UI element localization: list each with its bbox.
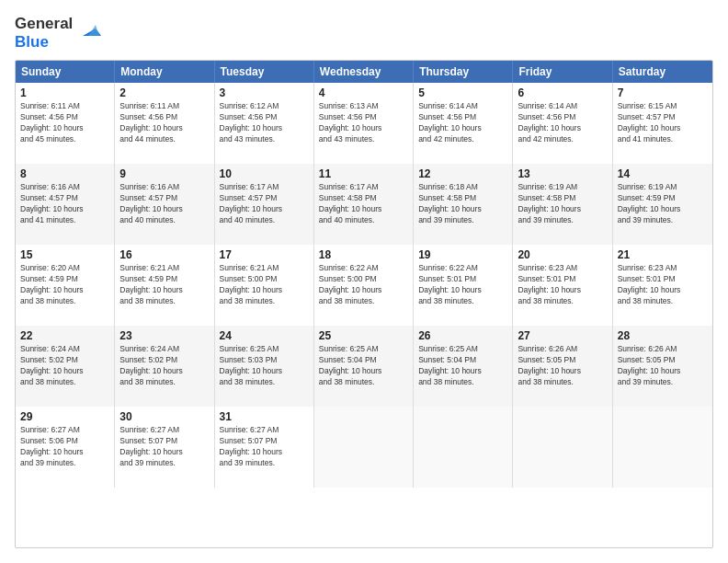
day-info: Sunrise: 6:24 AMSunset: 5:02 PMDaylight:…: [119, 344, 209, 388]
calendar-row-5: 29Sunrise: 6:27 AMSunset: 5:06 PMDayligh…: [16, 407, 712, 478]
day-cell-2: 2Sunrise: 6:11 AMSunset: 4:56 PMDaylight…: [115, 83, 214, 164]
day-number: 17: [220, 248, 309, 261]
day-number: 4: [319, 86, 408, 99]
day-info: Sunrise: 6:19 AMSunset: 4:58 PMDaylight:…: [518, 182, 607, 226]
day-cell-26: 26Sunrise: 6:25 AMSunset: 5:04 PMDayligh…: [414, 326, 513, 407]
day-number: 9: [119, 167, 209, 180]
day-number: 30: [119, 410, 209, 423]
day-cell-11: 11Sunrise: 6:17 AMSunset: 4:58 PMDayligh…: [314, 164, 414, 245]
day-info: Sunrise: 6:19 AMSunset: 4:59 PMDaylight:…: [618, 182, 708, 226]
day-cell-23: 23Sunrise: 6:24 AMSunset: 5:02 PMDayligh…: [115, 326, 214, 407]
calendar-row-1: 1Sunrise: 6:11 AMSunset: 4:56 PMDaylight…: [16, 83, 712, 164]
day-info: Sunrise: 6:21 AMSunset: 4:59 PMDaylight:…: [119, 263, 209, 307]
day-info: Sunrise: 6:26 AMSunset: 5:05 PMDaylight:…: [518, 344, 607, 388]
day-info: Sunrise: 6:24 AMSunset: 5:02 PMDaylight:…: [20, 344, 109, 388]
day-number: 29: [20, 410, 109, 423]
calendar-row-2: 8Sunrise: 6:16 AMSunset: 4:57 PMDaylight…: [16, 164, 712, 245]
day-info: Sunrise: 6:12 AMSunset: 4:56 PMDaylight:…: [220, 101, 309, 145]
day-cell-12: 12Sunrise: 6:18 AMSunset: 4:58 PMDayligh…: [414, 164, 513, 245]
day-number: 19: [418, 248, 507, 261]
day-number: 18: [319, 248, 408, 261]
day-info: Sunrise: 6:22 AMSunset: 5:01 PMDaylight:…: [418, 263, 507, 307]
day-cell-14: 14Sunrise: 6:19 AMSunset: 4:59 PMDayligh…: [613, 164, 712, 245]
logo: GeneralBlue: [15, 15, 103, 51]
day-info: Sunrise: 6:25 AMSunset: 5:04 PMDaylight:…: [319, 344, 408, 388]
day-cell-22: 22Sunrise: 6:24 AMSunset: 5:02 PMDayligh…: [16, 326, 115, 407]
day-number: 10: [220, 167, 309, 180]
day-cell-3: 3Sunrise: 6:12 AMSunset: 4:56 PMDaylight…: [215, 83, 314, 164]
day-number: 11: [319, 167, 408, 180]
day-cell-15: 15Sunrise: 6:20 AMSunset: 4:59 PMDayligh…: [16, 245, 115, 326]
day-number: 21: [618, 248, 708, 261]
day-number: 28: [618, 329, 708, 342]
day-info: Sunrise: 6:23 AMSunset: 5:01 PMDaylight:…: [618, 263, 708, 307]
day-info: Sunrise: 6:25 AMSunset: 5:03 PMDaylight:…: [220, 344, 309, 388]
day-number: 2: [119, 86, 209, 99]
day-info: Sunrise: 6:13 AMSunset: 4:56 PMDaylight:…: [319, 101, 408, 145]
day-cell-24: 24Sunrise: 6:25 AMSunset: 5:03 PMDayligh…: [215, 326, 314, 407]
day-info: Sunrise: 6:16 AMSunset: 4:57 PMDaylight:…: [119, 182, 209, 226]
day-info: Sunrise: 6:11 AMSunset: 4:56 PMDaylight:…: [20, 101, 109, 145]
day-number: 5: [418, 86, 507, 99]
day-number: 26: [418, 329, 507, 342]
day-info: Sunrise: 6:16 AMSunset: 4:57 PMDaylight:…: [20, 182, 109, 226]
day-cell-5: 5Sunrise: 6:14 AMSunset: 4:56 PMDaylight…: [414, 83, 513, 164]
empty-cell: [513, 407, 612, 488]
header-day-tuesday: Tuesday: [215, 61, 314, 83]
day-cell-9: 9Sunrise: 6:16 AMSunset: 4:57 PMDaylight…: [115, 164, 214, 245]
day-info: Sunrise: 6:25 AMSunset: 5:04 PMDaylight:…: [418, 344, 507, 388]
day-number: 7: [618, 86, 708, 99]
day-number: 16: [119, 248, 209, 261]
day-cell-1: 1Sunrise: 6:11 AMSunset: 4:56 PMDaylight…: [16, 83, 115, 164]
calendar: SundayMondayTuesdayWednesdayThursdayFrid…: [15, 60, 713, 548]
header-day-monday: Monday: [115, 61, 214, 83]
day-number: 3: [220, 86, 309, 99]
empty-cell: [314, 407, 414, 488]
day-cell-8: 8Sunrise: 6:16 AMSunset: 4:57 PMDaylight…: [16, 164, 115, 245]
day-number: 20: [518, 248, 607, 261]
day-cell-13: 13Sunrise: 6:19 AMSunset: 4:58 PMDayligh…: [513, 164, 612, 245]
calendar-row-3: 15Sunrise: 6:20 AMSunset: 4:59 PMDayligh…: [16, 245, 712, 326]
day-number: 13: [518, 167, 607, 180]
day-info: Sunrise: 6:27 AMSunset: 5:06 PMDaylight:…: [20, 425, 109, 469]
header-day-wednesday: Wednesday: [314, 61, 414, 83]
day-number: 14: [618, 167, 708, 180]
logo-icon: [75, 16, 103, 43]
day-info: Sunrise: 6:14 AMSunset: 4:56 PMDaylight:…: [518, 101, 607, 145]
day-cell-31: 31Sunrise: 6:27 AMSunset: 5:07 PMDayligh…: [215, 407, 314, 488]
day-cell-7: 7Sunrise: 6:15 AMSunset: 4:57 PMDaylight…: [613, 83, 712, 164]
day-info: Sunrise: 6:27 AMSunset: 5:07 PMDaylight:…: [220, 425, 309, 469]
day-info: Sunrise: 6:26 AMSunset: 5:05 PMDaylight:…: [618, 344, 708, 388]
day-cell-10: 10Sunrise: 6:17 AMSunset: 4:57 PMDayligh…: [215, 164, 314, 245]
day-info: Sunrise: 6:11 AMSunset: 4:56 PMDaylight:…: [119, 101, 209, 145]
header-day-thursday: Thursday: [414, 61, 513, 83]
day-cell-29: 29Sunrise: 6:27 AMSunset: 5:06 PMDayligh…: [16, 407, 115, 488]
day-cell-18: 18Sunrise: 6:22 AMSunset: 5:00 PMDayligh…: [314, 245, 414, 326]
day-cell-21: 21Sunrise: 6:23 AMSunset: 5:01 PMDayligh…: [613, 245, 712, 326]
calendar-page: GeneralBlue SundayMondayTuesdayWednesday…: [0, 0, 728, 563]
header-day-friday: Friday: [513, 61, 612, 83]
day-cell-16: 16Sunrise: 6:21 AMSunset: 4:59 PMDayligh…: [115, 245, 214, 326]
day-info: Sunrise: 6:17 AMSunset: 4:57 PMDaylight:…: [220, 182, 309, 226]
day-number: 12: [418, 167, 507, 180]
day-number: 1: [20, 86, 109, 99]
day-cell-27: 27Sunrise: 6:26 AMSunset: 5:05 PMDayligh…: [513, 326, 612, 407]
svg-marker-1: [88, 25, 99, 36]
day-info: Sunrise: 6:14 AMSunset: 4:56 PMDaylight:…: [418, 101, 507, 145]
day-info: Sunrise: 6:18 AMSunset: 4:58 PMDaylight:…: [418, 182, 507, 226]
day-info: Sunrise: 6:17 AMSunset: 4:58 PMDaylight:…: [319, 182, 408, 226]
day-cell-17: 17Sunrise: 6:21 AMSunset: 5:00 PMDayligh…: [215, 245, 314, 326]
day-number: 15: [20, 248, 109, 261]
header-day-sunday: Sunday: [16, 61, 115, 83]
day-info: Sunrise: 6:21 AMSunset: 5:00 PMDaylight:…: [220, 263, 309, 307]
day-number: 31: [220, 410, 309, 423]
day-cell-25: 25Sunrise: 6:25 AMSunset: 5:04 PMDayligh…: [314, 326, 414, 407]
day-info: Sunrise: 6:23 AMSunset: 5:01 PMDaylight:…: [518, 263, 607, 307]
day-number: 27: [518, 329, 607, 342]
empty-cell: [613, 407, 712, 488]
day-cell-4: 4Sunrise: 6:13 AMSunset: 4:56 PMDaylight…: [314, 83, 414, 164]
day-info: Sunrise: 6:20 AMSunset: 4:59 PMDaylight:…: [20, 263, 109, 307]
day-number: 24: [220, 329, 309, 342]
empty-cell: [414, 407, 513, 488]
calendar-row-4: 22Sunrise: 6:24 AMSunset: 5:02 PMDayligh…: [16, 326, 712, 407]
